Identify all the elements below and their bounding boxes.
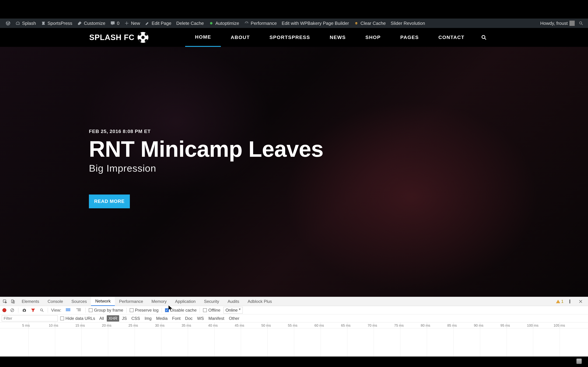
timeline-tick: 60 ms	[320, 322, 321, 328]
wp-edit-page[interactable]: Edit Page	[142, 18, 174, 28]
wp-new[interactable]: New	[122, 18, 142, 28]
devtools-menu-button[interactable]	[566, 298, 573, 305]
devtools-tab-security[interactable]: Security	[200, 297, 224, 306]
wp-howdy-label: Howdy, froust	[540, 21, 568, 26]
filter-type-manifest[interactable]: Manifest	[207, 315, 226, 322]
nav-item-shop[interactable]: SHOP	[356, 28, 390, 47]
disable-cache-checkbox[interactable]: Disable cache	[165, 308, 197, 313]
filter-type-js[interactable]: JS	[120, 315, 129, 322]
wp-comments[interactable]: 0	[108, 18, 122, 28]
svg-rect-23	[66, 310, 70, 311]
view-label: View:	[51, 308, 61, 313]
record-button[interactable]	[2, 308, 6, 312]
timeline-tick: 10 ms	[55, 322, 55, 328]
nav-item-about[interactable]: ABOUT	[221, 28, 260, 47]
svg-line-3	[581, 24, 583, 25]
devtools-tab-audits[interactable]: Audits	[223, 297, 243, 306]
filter-type-other[interactable]: Other	[227, 315, 241, 322]
devtools-panel: ElementsConsoleSourcesNetworkPerformance…	[0, 297, 588, 357]
view-tree-button[interactable]	[75, 307, 82, 313]
filter-type-css[interactable]: CSS	[130, 315, 142, 322]
hide-data-urls-checkbox[interactable]: Hide data URLs	[60, 316, 95, 321]
wp-delete-cache[interactable]: Delete Cache	[174, 18, 206, 28]
device-toolbar-button[interactable]	[9, 298, 17, 305]
filter-type-xhr[interactable]: XHR	[107, 315, 119, 322]
svg-point-10	[570, 301, 570, 302]
wp-autoptimize[interactable]: Autoptimize	[206, 18, 242, 28]
timeline-tick: 30 ms	[161, 322, 161, 328]
throttling-select[interactable]: Online	[224, 307, 242, 314]
nav-item-pages[interactable]: PAGES	[390, 28, 429, 47]
inspect-element-button[interactable]	[1, 298, 9, 305]
wp-search[interactable]	[577, 18, 585, 28]
filter-type-doc[interactable]: Doc	[183, 315, 194, 322]
waterfall-gridline	[241, 328, 241, 357]
warning-icon	[556, 300, 560, 303]
filter-type-font[interactable]: Font	[171, 315, 182, 322]
filter-type-img[interactable]: Img	[143, 315, 153, 322]
timeline-tick-label: 25 ms	[129, 324, 138, 327]
timeline-tick: 95 ms	[507, 322, 507, 328]
timeline-tick-label: 80 ms	[421, 324, 430, 327]
plus-icon	[124, 21, 129, 26]
wp-sportspress[interactable]: SportsPress	[38, 18, 75, 28]
hero-title: RNT Minicamp Leaves	[89, 137, 323, 161]
hero-date: FEB 25, 2016 8:08 PM ET	[89, 129, 323, 134]
timeline-tick: 85 ms	[453, 322, 454, 328]
autoptimize-icon	[209, 21, 214, 26]
timeline-tick: 25 ms	[135, 322, 135, 328]
wp-clear-cache[interactable]: Clear Cache	[351, 18, 388, 28]
wp-howdy[interactable]: Howdy, froust	[538, 18, 577, 28]
checkbox-icon	[60, 317, 64, 320]
devtools-tab-adblock-plus[interactable]: Adblock Plus	[243, 297, 276, 306]
devtools-tab-memory[interactable]: Memory	[147, 297, 171, 306]
filter-type-ws[interactable]: WS	[195, 315, 206, 322]
group-by-frame-checkbox[interactable]: Group by frame	[89, 308, 123, 313]
preserve-log-checkbox[interactable]: Preserve log	[130, 308, 159, 313]
timeline-tick-label: 105 ms	[553, 324, 565, 327]
wp-edit-page-label: Edit Page	[152, 21, 171, 26]
waterfall-gridline	[214, 328, 215, 357]
filter-type-all[interactable]: All	[97, 315, 106, 322]
wp-slider-revolution[interactable]: Slider Revolution	[388, 18, 428, 28]
filter-type-media[interactable]: Media	[154, 315, 169, 322]
nav-item-home[interactable]: HOME	[185, 28, 221, 47]
devtools-tab-sources[interactable]: Sources	[67, 297, 91, 306]
search-net-button[interactable]	[39, 307, 45, 313]
filter-toggle-button[interactable]	[30, 307, 36, 313]
devtools-tab-network[interactable]: Network	[91, 297, 115, 306]
devtools-tab-application[interactable]: Application	[171, 297, 200, 306]
devtools-tab-elements[interactable]: Elements	[17, 297, 43, 306]
devtools-tab-performance[interactable]: Performance	[115, 297, 147, 306]
nav-search-button[interactable]	[481, 35, 486, 40]
network-timeline-ruler[interactable]: 5 ms10 ms15 ms20 ms25 ms30 ms35 ms40 ms4…	[0, 322, 588, 328]
devtools-tabs-row: ElementsConsoleSourcesNetworkPerformance…	[0, 297, 588, 306]
wordpress-icon	[6, 21, 10, 26]
site-logo[interactable]: SPLASH FC	[89, 32, 148, 43]
sportspress-icon	[41, 21, 46, 26]
timeline-tick-label: 10 ms	[49, 324, 58, 327]
nav-item-news[interactable]: NEWS	[320, 28, 356, 47]
disable-cache-label: Disable cache	[170, 308, 197, 313]
wp-site-name[interactable]: Splash	[13, 18, 38, 28]
devtools-tab-console[interactable]: Console	[43, 297, 67, 306]
timeline-tick-label: 65 ms	[341, 324, 351, 327]
view-list-button[interactable]	[64, 307, 72, 313]
waterfall-gridline	[108, 328, 108, 357]
offline-checkbox[interactable]: Offline	[203, 308, 220, 313]
network-toolbar: View: Group by frame Preserve log Disabl…	[0, 306, 588, 314]
wp-wpbakery[interactable]: Edit with WPBakery Page Builder	[279, 18, 351, 28]
nav-item-contact[interactable]: CONTACT	[429, 28, 474, 47]
devtools-close-button[interactable]	[577, 298, 584, 305]
wp-logo[interactable]	[3, 18, 13, 28]
clear-button[interactable]	[9, 307, 15, 313]
wp-customize[interactable]: Customize	[75, 18, 108, 28]
network-waterfall[interactable]	[0, 328, 588, 357]
read-more-button[interactable]: READ MORE	[89, 194, 130, 208]
wp-performance[interactable]: Performance	[242, 18, 279, 28]
timeline-tick-label: 90 ms	[474, 324, 483, 327]
nav-item-sportspress[interactable]: SPORTSPRESS	[260, 28, 320, 47]
warnings-badge[interactable]: 1	[556, 299, 563, 304]
filter-input[interactable]	[2, 316, 58, 321]
screenshot-button[interactable]	[22, 307, 27, 313]
